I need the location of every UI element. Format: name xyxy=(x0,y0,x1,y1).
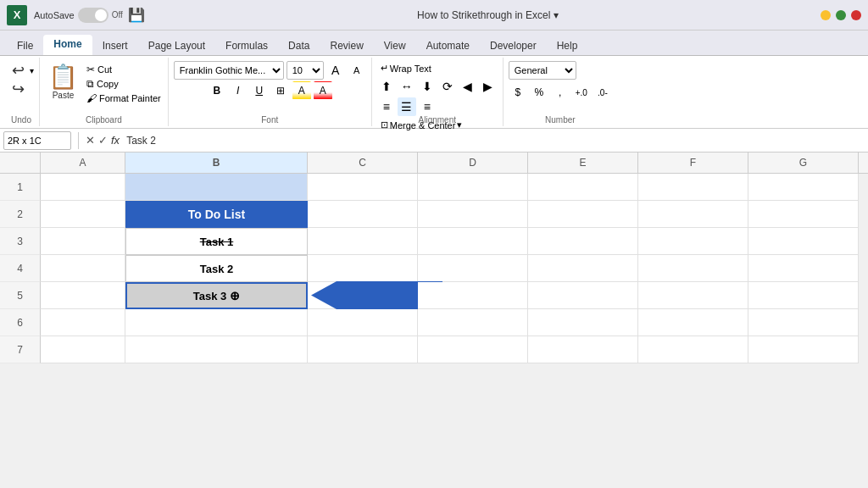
increase-font-button[interactable]: A xyxy=(326,61,345,80)
autosave-toggle[interactable] xyxy=(78,8,108,23)
number-format-select[interactable]: General xyxy=(509,61,576,80)
cell-d3[interactable] xyxy=(418,228,528,255)
text-direction-button[interactable]: ⟳ xyxy=(438,77,457,96)
cell-d5[interactable] xyxy=(418,282,528,309)
cell-b2[interactable]: To Do List xyxy=(125,201,308,228)
tab-view[interactable]: View xyxy=(374,36,416,55)
col-header-f[interactable]: F xyxy=(638,152,748,173)
underline-button[interactable]: U xyxy=(250,81,269,100)
tab-data[interactable]: Data xyxy=(278,36,320,55)
cell-a7[interactable] xyxy=(41,336,125,363)
comma-button[interactable]: , xyxy=(551,83,570,102)
cell-d4[interactable] xyxy=(418,255,528,282)
cell-e3[interactable] xyxy=(528,228,638,255)
cell-d2[interactable] xyxy=(418,201,528,228)
cell-g2[interactable] xyxy=(748,201,859,228)
cell-a1[interactable] xyxy=(41,174,125,201)
row-header-7[interactable]: 7 xyxy=(0,336,41,363)
row-header-5[interactable]: 5 xyxy=(0,282,41,309)
cell-g6[interactable] xyxy=(748,309,859,336)
cell-e2[interactable] xyxy=(528,201,638,228)
italic-button[interactable]: I xyxy=(229,81,248,100)
percent-button[interactable]: % xyxy=(530,83,548,102)
currency-button[interactable]: $ xyxy=(509,83,527,102)
close-button[interactable] xyxy=(851,10,861,20)
save-icon[interactable]: 💾 xyxy=(128,7,145,23)
tab-insert[interactable]: Insert xyxy=(92,36,138,55)
decimal-decrease-button[interactable]: .0- xyxy=(593,83,612,102)
cell-c6[interactable] xyxy=(308,309,418,336)
align-bottom-button[interactable]: ⬇ xyxy=(418,77,437,96)
cell-a3[interactable] xyxy=(41,228,125,255)
cell-g3[interactable] xyxy=(748,228,859,255)
cell-e7[interactable] xyxy=(528,336,638,363)
cell-g4[interactable] xyxy=(748,255,859,282)
cell-g5[interactable] xyxy=(748,282,859,309)
cell-d6[interactable] xyxy=(418,309,528,336)
decrease-font-button[interactable]: A xyxy=(348,61,366,80)
cell-f7[interactable] xyxy=(638,336,748,363)
cell-b7[interactable] xyxy=(125,336,308,363)
col-header-c[interactable]: C xyxy=(308,152,418,173)
cell-reference-box[interactable]: 2R x 1C xyxy=(3,131,71,150)
indent-decrease-button[interactable]: ◀ xyxy=(459,77,477,96)
cell-a4[interactable] xyxy=(41,255,125,282)
undo-dropdown[interactable]: ▾ xyxy=(30,66,34,75)
col-header-g[interactable]: G xyxy=(748,152,859,173)
tab-automate[interactable]: Automate xyxy=(416,36,480,55)
cell-f4[interactable] xyxy=(638,255,748,282)
tab-help[interactable]: Help xyxy=(547,36,588,55)
cell-d1[interactable] xyxy=(418,174,528,201)
row-header-4[interactable]: 4 xyxy=(0,255,41,282)
bold-button[interactable]: B xyxy=(208,81,226,100)
cell-f2[interactable] xyxy=(638,201,748,228)
merge-dropdown-arrow[interactable]: ▾ xyxy=(457,119,462,130)
cell-a6[interactable] xyxy=(41,309,125,336)
align-center-button[interactable]: ☰ xyxy=(398,97,416,116)
minimize-button[interactable] xyxy=(821,10,831,20)
tab-review[interactable]: Review xyxy=(320,36,373,55)
tab-page-layout[interactable]: Page Layout xyxy=(138,36,215,55)
font-size-select[interactable]: 10 xyxy=(287,61,324,80)
cell-e4[interactable] xyxy=(528,255,638,282)
cell-b6[interactable] xyxy=(125,309,308,336)
cell-e6[interactable] xyxy=(528,309,638,336)
fill-color-button[interactable]: A xyxy=(292,81,311,100)
cell-c7[interactable] xyxy=(308,336,418,363)
cell-g7[interactable] xyxy=(748,336,859,363)
tab-file[interactable]: File xyxy=(7,36,43,55)
cell-b5[interactable]: Task 3 ⊕ xyxy=(125,282,308,309)
font-color-button[interactable]: A xyxy=(314,81,332,100)
align-left-button[interactable]: ≡ xyxy=(377,97,396,116)
maximize-button[interactable] xyxy=(836,10,846,20)
cell-c5[interactable] xyxy=(308,282,418,309)
redo-button[interactable]: ↪ xyxy=(8,80,28,98)
cell-f1[interactable] xyxy=(638,174,748,201)
row-header-3[interactable]: 3 xyxy=(0,228,41,255)
cell-c4[interactable] xyxy=(308,255,418,282)
font-name-select[interactable]: Franklin Gothic Me... xyxy=(174,61,284,80)
row-header-1[interactable]: 1 xyxy=(0,174,41,201)
cell-d7[interactable] xyxy=(418,336,528,363)
cell-c3[interactable] xyxy=(308,228,418,255)
wrap-text-button[interactable]: ↵ Wrap Text xyxy=(377,61,435,75)
tab-home[interactable]: Home xyxy=(43,35,92,55)
cell-b4[interactable]: Task 2 xyxy=(125,255,308,282)
align-middle-button[interactable]: ↔ xyxy=(398,77,416,96)
row-header-2[interactable]: 2 xyxy=(0,201,41,228)
format-painter-button[interactable]: 🖌 Format Painter xyxy=(85,92,163,105)
cell-c1[interactable] xyxy=(308,174,418,201)
indent-increase-button[interactable]: ▶ xyxy=(479,77,498,96)
tab-developer[interactable]: Developer xyxy=(480,36,547,55)
undo-button[interactable]: ↩ xyxy=(8,61,28,80)
cut-button[interactable]: ✂ Cut xyxy=(85,63,163,76)
border-button[interactable]: ⊞ xyxy=(271,81,290,100)
cell-e5[interactable] xyxy=(528,282,638,309)
col-header-d[interactable]: D xyxy=(418,152,528,173)
decimal-increase-button[interactable]: +.0 xyxy=(572,83,591,102)
col-header-a[interactable]: A xyxy=(41,152,125,173)
copy-button[interactable]: ⧉ Copy xyxy=(85,77,163,91)
row-header-6[interactable]: 6 xyxy=(0,309,41,336)
cell-b1[interactable] xyxy=(125,174,308,201)
cell-a5[interactable] xyxy=(41,282,125,309)
